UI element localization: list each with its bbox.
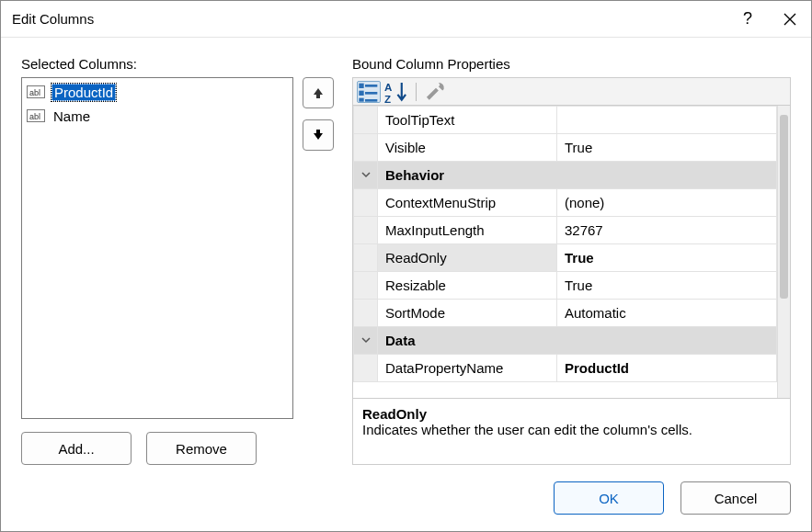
property-value[interactable]: True (557, 272, 777, 300)
chevron-down-icon[interactable] (360, 169, 372, 180)
property-value[interactable] (557, 107, 777, 134)
list-item[interactable]: ablName (24, 104, 291, 128)
list-item-label: ProductId (51, 84, 116, 101)
dialog-footer: OK Cancel (21, 465, 791, 515)
property-category-row[interactable]: Behavior (354, 162, 777, 189)
svg-text:abl: abl (29, 112, 40, 121)
svg-rect-8 (359, 97, 363, 101)
move-down-button[interactable] (303, 119, 334, 151)
property-row[interactable]: DataPropertyNameProductId (354, 355, 777, 382)
property-name: ToolTipText (378, 107, 557, 134)
list-item-label: Name (51, 108, 92, 124)
properties-toolbar: A Z (352, 77, 791, 105)
close-icon (783, 13, 796, 26)
category-name: Behavior (378, 162, 777, 189)
remove-button[interactable]: Remove (146, 432, 257, 465)
property-row[interactable]: ReadOnlyTrue (354, 244, 777, 272)
arrow-up-icon (312, 86, 325, 99)
svg-text:A: A (384, 81, 393, 92)
svg-rect-4 (359, 83, 363, 87)
properties-panel: Bound Column Properties A Z (352, 56, 791, 465)
alphabetical-button[interactable]: A Z (384, 81, 408, 103)
selected-columns-panel: Selected Columns: ablProductIdablName Ad… (21, 56, 334, 465)
property-name: Resizable (378, 272, 557, 300)
reorder-buttons (303, 77, 334, 419)
property-name: Visible (378, 134, 557, 162)
row-gutter (354, 300, 378, 327)
help-property-description: Indicates whether the user can edit the … (362, 422, 781, 437)
property-value[interactable]: Automatic (557, 300, 777, 327)
cancel-button[interactable]: Cancel (680, 481, 791, 515)
arrow-down-icon (312, 129, 325, 141)
toolbar-separator (416, 83, 417, 101)
property-category-row[interactable]: Data (354, 327, 777, 355)
property-value[interactable]: ProductId (557, 355, 777, 382)
svg-rect-9 (365, 99, 377, 102)
property-grid-scrollbar[interactable] (777, 106, 790, 398)
svg-text:abl: abl (29, 88, 40, 97)
property-value[interactable]: True (557, 244, 777, 272)
property-value[interactable]: (none) (557, 189, 777, 217)
property-row[interactable]: ContextMenuStrip(none) (354, 189, 777, 217)
property-grid[interactable]: ToolTipTextVisibleTrueBehaviorContextMen… (352, 105, 791, 399)
category-gutter[interactable] (354, 327, 378, 355)
dialog-body: Selected Columns: ablProductIdablName Ad… (1, 38, 811, 531)
property-name: ContextMenuStrip (378, 189, 557, 217)
property-row[interactable]: ToolTipText (354, 107, 777, 134)
chevron-down-icon[interactable] (360, 334, 372, 345)
help-property-name: ReadOnly (362, 406, 781, 422)
edit-columns-dialog: Edit Columns ? Selected Columns: ablProd… (0, 0, 812, 532)
row-gutter (354, 272, 378, 300)
row-gutter (354, 355, 378, 382)
category-name: Data (378, 327, 777, 355)
wrench-icon (424, 80, 448, 104)
property-row[interactable]: VisibleTrue (354, 134, 777, 162)
move-up-button[interactable] (303, 77, 334, 108)
row-gutter (354, 217, 378, 244)
property-row[interactable]: ResizableTrue (354, 272, 777, 300)
text-column-icon: abl (26, 84, 46, 100)
category-gutter[interactable] (354, 162, 378, 189)
property-name: MaxInputLength (378, 217, 557, 244)
row-gutter (354, 189, 378, 217)
ok-button[interactable]: OK (554, 481, 664, 515)
svg-rect-7 (365, 92, 377, 95)
property-name: ReadOnly (378, 244, 557, 272)
titlebar: Edit Columns ? (1, 1, 811, 38)
property-pages-button[interactable] (424, 81, 448, 103)
categorized-icon (358, 81, 380, 103)
selected-columns-list[interactable]: ablProductIdablName (21, 77, 293, 419)
help-button[interactable]: ? (726, 1, 769, 38)
property-help-box: ReadOnly Indicates whether the user can … (352, 399, 791, 465)
property-name: DataPropertyName (378, 355, 557, 382)
scrollbar-thumb[interactable] (780, 115, 788, 299)
property-row[interactable]: SortModeAutomatic (354, 300, 777, 327)
close-button[interactable] (769, 1, 811, 38)
add-button[interactable]: Add... (21, 432, 132, 465)
window-title: Edit Columns (12, 11, 726, 27)
selected-columns-label: Selected Columns: (21, 56, 334, 72)
categorized-button[interactable] (357, 81, 381, 103)
list-item[interactable]: ablProductId (24, 80, 291, 104)
property-value[interactable]: 32767 (557, 217, 777, 244)
property-name: SortMode (378, 300, 557, 327)
svg-rect-6 (359, 90, 363, 95)
row-gutter (354, 244, 378, 272)
svg-text:Z: Z (384, 93, 391, 103)
row-gutter (354, 134, 378, 162)
property-value[interactable]: True (557, 134, 777, 162)
property-row[interactable]: MaxInputLength32767 (354, 217, 777, 244)
properties-label: Bound Column Properties (352, 56, 791, 72)
alphabetical-icon: A Z (384, 80, 408, 104)
row-gutter (354, 107, 378, 134)
text-column-icon: abl (26, 108, 46, 124)
svg-rect-5 (365, 85, 377, 87)
